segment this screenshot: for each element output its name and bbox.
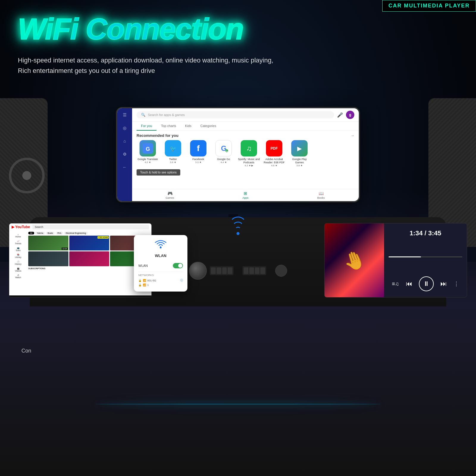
wifi-arc-3 xyxy=(229,217,247,234)
sidebar-back-icon[interactable]: ← xyxy=(121,164,128,171)
sidebar-home-icon[interactable]: ⌂ xyxy=(121,137,128,145)
svg-text:🐦: 🐦 xyxy=(170,145,177,152)
app-rating-adobe: 4.6 ★ xyxy=(271,164,277,167)
car-interior: ☰ ◎ ⌂ ⚙ ← 🔍 Search for apps & games 🎤 g xyxy=(0,83,476,306)
wlan-title: WLAN xyxy=(138,253,183,258)
recommended-apps-row: G ↔ Google Translate 4.0 ★ xyxy=(137,140,354,167)
yt-history[interactable]: 🕐History xyxy=(9,259,27,266)
app-spotify[interactable]: ♫ Spotify: Music and Podcasts 4.2 ★ ▶ xyxy=(238,140,260,167)
app-rating-spotify: 4.2 ★ ▶ xyxy=(245,164,253,167)
play-store-sidebar: ☰ ◎ ⌂ ⚙ ← xyxy=(117,108,132,201)
games-icon: 🎮 xyxy=(167,191,173,196)
music-button-row: ≡♫ ⏮ ⏸ ⏭ ⋮ xyxy=(389,276,462,291)
books-icon: 📖 xyxy=(319,191,324,196)
yt-home[interactable]: ⌂Home xyxy=(9,232,27,239)
yt-subscriptions[interactable]: 📺Subs xyxy=(9,246,27,253)
app-name-adobe: Adobe Acrobat Reader: Edit PDF xyxy=(263,158,285,164)
yt-watch-later[interactable]: ⏱Watch xyxy=(9,273,27,280)
app-play-games[interactable]: ▶ Google Play Games 3.8 ★ xyxy=(288,140,311,167)
music-time-display: 1:34 / 3:45 xyxy=(389,229,462,237)
wlan-dialog: WLAN WLAN NETWORKS 🔒 📶 001-5G ⓘ 🔒 📶 1 xyxy=(134,235,187,292)
microphone-icon[interactable]: 🎤 xyxy=(337,112,343,118)
steering-wheel xyxy=(9,158,45,193)
music-controls: 1:34 / 3:45 ≡♫ ⏮ ⏸ ⏭ ⋮ xyxy=(384,223,467,297)
wlan-toggle-row: WLAN xyxy=(138,262,183,270)
sidebar-explore-icon[interactable]: ◎ xyxy=(121,124,128,131)
app-google-translate[interactable]: G ↔ Google Translate 4.0 ★ xyxy=(137,140,159,167)
play-store-screen[interactable]: ☰ ◎ ⌂ ⚙ ← 🔍 Search for apps & games 🎤 g xyxy=(117,108,359,201)
wlan-wifi-icon xyxy=(138,239,183,250)
wlan-label: WLAN xyxy=(138,264,148,267)
road-glow xyxy=(95,404,381,405)
yt-header: ▶ YouTube Search xyxy=(9,223,151,231)
search-placeholder: Search for apps & games xyxy=(148,113,185,117)
sidebar-menu-icon[interactable]: ☰ xyxy=(121,111,128,118)
apps-icon: ⊞ xyxy=(244,191,247,196)
svg-text:Go: Go xyxy=(225,150,228,152)
app-icon-spotify: ♫ xyxy=(241,140,257,156)
app-icon-adobe: PDF xyxy=(266,140,282,156)
wlan-toggle[interactable] xyxy=(173,263,183,268)
next-button[interactable]: ⏭ xyxy=(440,280,447,288)
app-icon-google-go: G Go xyxy=(215,140,232,156)
app-rating-play-games: 3.8 ★ xyxy=(296,164,302,167)
music-player-screen[interactable]: 🤚 1:34 / 3:45 ≡♫ ⏮ ⏸ ⏭ ⋮ xyxy=(324,223,467,298)
video-thumb-4[interactable] xyxy=(28,251,68,266)
video-thumb-5[interactable] xyxy=(69,251,109,266)
music-progress-bar xyxy=(389,256,462,257)
app-name-google-go: Google Go xyxy=(217,158,230,161)
tab-categories[interactable]: Categories xyxy=(196,122,220,131)
search-bar[interactable]: 🔍 Search for apps & games xyxy=(137,111,334,118)
car-screen-bezel: ☰ ◎ ⌂ ⚙ ← 🔍 Search for apps & games 🎤 g xyxy=(116,107,360,202)
album-art: 🤚 xyxy=(325,223,384,297)
app-rating-facebook: 3.3 ★ xyxy=(195,161,201,164)
search-icon: 🔍 xyxy=(141,113,145,117)
yt-search[interactable]: Search xyxy=(32,225,149,229)
video-thumb-2[interactable]: CSS ADAM xyxy=(69,236,109,250)
playlist-button[interactable]: ≡♫ xyxy=(392,281,399,287)
app-name-facebook: Facebook xyxy=(192,158,204,161)
app-twitter[interactable]: 🐦 Twitter 3.6 ★ xyxy=(162,140,184,167)
section-arrow[interactable]: → xyxy=(350,133,354,138)
app-icon-play-games: ▶ xyxy=(291,140,308,156)
app-google-go[interactable]: G Go Google Go 4.4 ★ xyxy=(212,140,235,167)
app-rating-google-go: 4.4 ★ xyxy=(220,161,226,164)
touch-hold-button: Touch & hold to see options xyxy=(137,169,180,176)
play-store-main: 🔍 Search for apps & games 🎤 g For you To… xyxy=(132,108,359,201)
app-name-play-games: Google Play Games xyxy=(288,158,311,164)
sidebar-settings-icon[interactable]: ⚙ xyxy=(121,151,128,158)
svg-point-9 xyxy=(160,247,162,248)
user-avatar[interactable]: g xyxy=(346,111,354,119)
app-facebook[interactable]: f Facebook 3.3 ★ xyxy=(187,140,209,167)
tab-kids[interactable]: Kids xyxy=(181,122,196,131)
play-store-content: Recommended for you → G ↔ xyxy=(132,131,359,189)
app-name-twitter: Twitter xyxy=(169,158,177,161)
yt-main: All Yatcha Boats RVs Electrical Engineer… xyxy=(27,231,151,295)
wifi-arcs xyxy=(226,220,250,235)
header-badge: CAR MULTIMEDIA PLAYER xyxy=(382,0,476,12)
yt-trending[interactable]: 📈Trends xyxy=(9,239,27,246)
play-store-bottom-nav: 🎮 Games ⊞ Apps 📖 Books xyxy=(132,189,359,201)
play-store-tabs: For you Top charts Kids Categories xyxy=(132,122,359,131)
wlan-network-1[interactable]: 🔒 📶 001-5G ⓘ xyxy=(138,278,183,283)
video-thumb-1[interactable]: 12:18 xyxy=(28,236,68,250)
yt-library[interactable]: 📚Library xyxy=(9,253,27,259)
bottom-screens-row: ▶ YouTube Search ⌂Home 📈Trends 📺Subs 📚Li… xyxy=(0,223,476,306)
tab-top-charts[interactable]: Top charts xyxy=(156,122,181,131)
nav-books[interactable]: 📖 Books xyxy=(283,191,359,199)
youtube-screen[interactable]: ▶ YouTube Search ⌂Home 📈Trends 📺Subs 📚Li… xyxy=(9,223,152,298)
yt-logo: ▶ YouTube xyxy=(12,225,30,229)
svg-text:↔: ↔ xyxy=(149,149,152,153)
pause-button[interactable]: ⏸ xyxy=(419,276,434,291)
album-art-image: 🤚 xyxy=(325,223,384,297)
app-adobe[interactable]: PDF Adobe Acrobat Reader: Edit PDF 4.6 ★ xyxy=(263,140,285,167)
yt-videos[interactable]: 🎬Videos xyxy=(9,266,27,273)
nav-apps[interactable]: ⊞ Apps xyxy=(208,191,283,199)
yt-sidebar: ⌂Home 📈Trends 📺Subs 📚Library 🕐History 🎬V… xyxy=(9,231,27,295)
previous-button[interactable]: ⏮ xyxy=(406,280,412,288)
nav-games[interactable]: 🎮 Games xyxy=(132,191,208,199)
wlan-network-2[interactable]: 🔒 📶 1 xyxy=(138,283,183,287)
subtitle: High-speed internet access, application … xyxy=(18,55,273,76)
tab-for-you[interactable]: For you xyxy=(137,122,156,131)
more-button[interactable]: ⋮ xyxy=(454,281,459,287)
